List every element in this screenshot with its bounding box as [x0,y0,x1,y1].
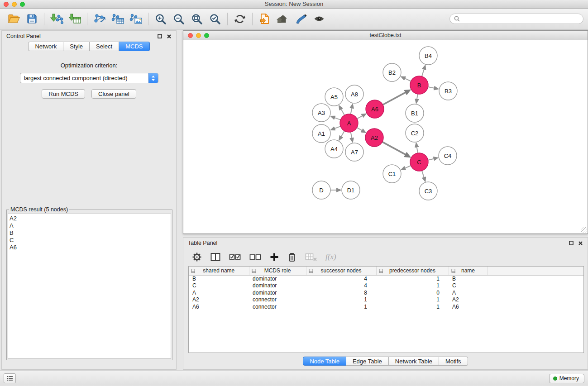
graph-node-D1[interactable]: D1 [342,181,360,199]
graph-edge-A-A5[interactable] [341,109,344,115]
graph-edge-A-A3[interactable] [334,118,340,120]
column-header-mcds-role[interactable]: MCDS role [249,267,306,275]
optimization-criterion-dropdown[interactable]: largest connected component (directed) [20,73,158,83]
network-minimize-button[interactable] [196,33,201,38]
table-cell[interactable]: dominator [249,289,306,296]
zoom-out-button[interactable] [170,10,188,28]
deselect-all-button[interactable] [249,253,261,261]
table-cell[interactable]: 1 [306,303,376,310]
home-button[interactable] [274,10,292,28]
graph-node-A7[interactable]: A7 [345,143,363,161]
tab-edge-table[interactable]: Edge Table [346,357,389,366]
graph-edge-A-A2[interactable] [357,128,363,131]
search-input[interactable] [463,15,579,22]
network-canvas[interactable]: B4B2BB3A5A8A6A3B1AC2A1A2A4A7C4CC1DD1C3 [183,40,588,234]
close-panel-button[interactable] [167,34,172,39]
minimize-window-button[interactable] [12,2,17,7]
table-cell[interactable]: 0 [376,289,449,296]
import-network-button[interactable] [48,10,66,28]
import-table-button[interactable] [66,10,84,28]
table-cell[interactable]: 1 [376,282,449,290]
control-panel-header[interactable]: Control Panel [2,31,176,42]
table-panel-header[interactable]: Table Panel [183,238,588,248]
graph-edge-C-C1[interactable] [405,166,411,168]
network-close-button[interactable] [188,33,193,38]
table-cell[interactable]: C [189,282,249,290]
delete-column-button[interactable] [287,252,296,262]
graph-edge-B-B2[interactable] [404,78,411,81]
graph-edge-C-C4[interactable] [428,159,435,160]
table-cell[interactable]: 1 [376,275,449,282]
graph-node-B1[interactable]: B1 [406,104,424,122]
apply-layout-button[interactable] [231,10,249,28]
table-cell[interactable]: B [189,275,249,282]
select-all-button[interactable] [229,253,241,261]
close-panel-button-secondary[interactable]: Close panel [91,89,136,99]
table-row[interactable]: A6connector11A6 [189,303,583,310]
column-header-successor-nodes[interactable]: successor nodes [306,267,376,275]
graph-node-A8[interactable]: A8 [345,85,363,103]
graph-node-C3[interactable]: C3 [419,182,437,200]
table-cell[interactable]: A [449,289,488,296]
save-session-button[interactable] [23,10,41,28]
open-session-button[interactable] [5,10,23,28]
tab-network-table[interactable]: Network Table [389,357,439,366]
mcds-result-item[interactable]: A2 [10,215,171,222]
graph-edge-C-C3[interactable] [422,171,424,178]
table-cell[interactable]: A [189,289,249,296]
graph-node-C2[interactable]: C2 [406,124,424,142]
table-row[interactable]: A2connector11A2 [189,296,583,304]
report-button[interactable] [256,10,274,28]
mcds-result-item[interactable]: A6 [10,244,171,251]
table-cell[interactable]: 8 [306,289,376,296]
tab-style[interactable]: Style [63,42,90,51]
float-table-panel-button[interactable] [569,241,574,245]
table-row[interactable]: Bdominator41B [189,275,583,282]
graph-node-A4[interactable]: A4 [325,140,343,158]
graph-node-B[interactable]: B [410,76,428,94]
graph-edge-B-B3[interactable] [428,87,435,88]
graph-node-A1[interactable]: A1 [312,124,330,143]
close-window-button[interactable] [4,2,9,7]
table-cell[interactable]: A2 [189,296,249,304]
table-cell[interactable]: connector [249,296,306,304]
table-cell[interactable]: 1 [376,303,449,310]
tab-mcds[interactable]: MCDS [119,42,149,51]
table-cell[interactable]: C [449,282,488,290]
window-titlebar[interactable]: Session: New Session [0,0,588,9]
show-columns-button[interactable] [210,253,220,262]
column-header-name[interactable]: name [449,267,488,275]
table-cell[interactable]: A6 [189,303,249,310]
table-cell[interactable]: 1 [306,296,376,304]
function-builder-button[interactable]: f(x) [325,253,336,262]
table-cell[interactable]: dominator [249,275,306,282]
table-cell[interactable]: 1 [376,296,449,304]
table-row[interactable]: Adominator80A [189,289,583,296]
table-cell[interactable]: B [449,275,488,282]
delete-table-button[interactable] [305,253,317,262]
window-resize-grip[interactable] [581,227,587,233]
graph-node-B2[interactable]: B2 [383,63,401,81]
export-image-button[interactable] [127,10,145,28]
network-window-titlebar[interactable]: testGlobe.txt [183,31,588,40]
mcds-result-item[interactable]: B [10,229,171,237]
graph-node-B4[interactable]: B4 [419,47,437,65]
show-details-button[interactable] [310,10,328,28]
network-zoom-button[interactable] [204,33,209,38]
style-brush-button[interactable] [292,10,310,28]
tab-select[interactable]: Select [90,42,119,51]
zoom-in-button[interactable] [152,10,170,28]
tab-motifs[interactable]: Motifs [439,357,468,366]
mcds-result-list[interactable]: A2ABCA6 [8,214,171,359]
graph-node-A[interactable]: A [340,114,358,132]
graph-edge-A2-C[interactable] [382,142,406,155]
column-header-predecessor-nodes[interactable]: predecessor nodes [376,267,449,275]
graph-edge-A-A1[interactable] [334,126,340,129]
graph-edge-C-C2[interactable] [417,147,418,153]
graph-node-A6[interactable]: A6 [366,100,384,118]
node-table[interactable]: shared nameMCDS rolesuccessor nodesprede… [188,266,584,353]
float-panel-button[interactable] [158,34,162,38]
column-header-shared-name[interactable]: shared name [189,267,249,275]
table-row[interactable]: Cdominator41C [189,282,583,290]
task-history-button[interactable] [4,373,16,383]
